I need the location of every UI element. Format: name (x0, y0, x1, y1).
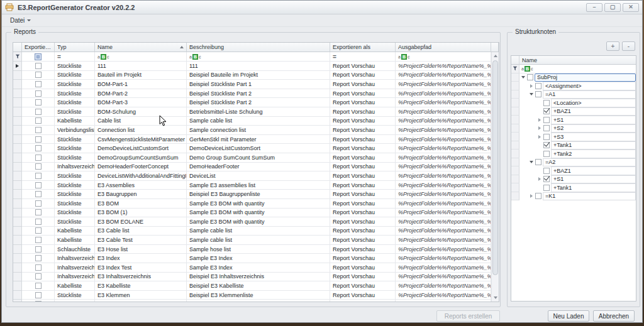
cell-typ[interactable]: Stückliste (55, 89, 95, 99)
cell-beschreibung[interactable]: Beispiel E3 Baugruppenliste (187, 190, 330, 199)
tree-node-checkbox[interactable] (543, 134, 550, 140)
report-row[interactable]: StücklisteCsvMengenstücklisteMitParamete… (13, 135, 499, 144)
tree-node-checkbox[interactable] (543, 125, 550, 131)
cell-exportieren-als[interactable]: Report Vorschau (330, 227, 396, 236)
export-checkbox[interactable] (35, 173, 42, 179)
tree-node-label[interactable]: +BAZ1 (551, 166, 636, 175)
column-header-beschreibung[interactable]: Beschreibung (187, 43, 330, 52)
export-checkbox[interactable] (35, 163, 42, 170)
tree-node-label[interactable]: =A1 (543, 90, 636, 99)
chevron-collapsed-icon[interactable] (528, 194, 535, 198)
tree-node-row[interactable]: SubProj (511, 73, 636, 82)
tree-node-checkbox[interactable] (543, 185, 550, 191)
cell-exportieren-als[interactable]: Report Vorschau (330, 190, 396, 199)
tree-node-row[interactable]: =A2 (511, 158, 636, 167)
cell-typ[interactable]: Schlauchliste (55, 245, 95, 254)
filter-exportieren[interactable] (22, 52, 55, 62)
cell-beschreibung[interactable]: Sample cable list (187, 117, 330, 126)
cell-ausgabepfad[interactable]: %ProjectFolder%%ReportName%_%Proje (396, 144, 491, 153)
cell-beschreibung[interactable]: DemoDeviceListCustomSort (187, 144, 330, 153)
cell-exportieren-als[interactable]: Report Vorschau (330, 163, 396, 172)
cell-ausgabepfad[interactable]: %ProjectFolder%%ReportName%_%Proje (396, 245, 491, 254)
tree-node-row[interactable]: +Tank1 (511, 183, 636, 192)
tree-column-header-name[interactable]: Name (519, 56, 636, 65)
cell-beschreibung[interactable]: Sample cable list (187, 227, 330, 236)
cell-exportieren-als[interactable]: Report Vorschau (330, 217, 396, 227)
cell-exportieren-als[interactable]: Report Vorschau (330, 199, 396, 209)
cell-beschreibung[interactable]: Sample E3 assemblies list (187, 181, 330, 190)
tree-node-row[interactable]: =A1 (511, 90, 636, 99)
cell-name[interactable]: DemoHeaderFooterConcept (95, 163, 187, 172)
cell-ausgabepfad[interactable]: %ProjectFolder%%ReportName%_%Proje (396, 217, 491, 227)
cell-ausgabepfad[interactable]: %ProjectFolder%%ReportName%_%Proje (396, 62, 491, 71)
cell-beschreibung[interactable]: Sample E3 BOM with quantity (187, 217, 330, 227)
filter-exportieren-als[interactable]: = (330, 52, 396, 62)
report-row[interactable]: InhaltsverzeichnisE3 Index TestSample E3… (13, 263, 499, 273)
chevron-collapsed-icon[interactable] (536, 118, 543, 122)
cell-exportieren-als[interactable]: Report Vorschau (330, 291, 396, 300)
report-row[interactable]: StücklisteDemoDeviceListCustomSortDemoDe… (13, 144, 499, 153)
cell-beschreibung[interactable]: Beispiel Bauteile im Projekt (187, 71, 330, 80)
export-checkbox[interactable] (35, 246, 42, 253)
export-checkbox[interactable] (35, 200, 42, 207)
report-row[interactable]: StücklisteBOM-Part-3Beispiel Stückliste … (13, 98, 499, 107)
cell-typ[interactable]: Stückliste (55, 62, 95, 71)
export-checkbox[interactable] (35, 136, 42, 143)
chevron-collapsed-icon[interactable] (528, 84, 535, 88)
export-checkbox[interactable] (35, 182, 42, 188)
cell-ausgabepfad[interactable]: %ProjectFolder%%ReportName%_%Proje (396, 273, 491, 282)
filter-beschreibung[interactable]: aBc (187, 52, 330, 62)
cell-beschreibung[interactable]: Beispiel E3 Inhaltsverzeichnis (187, 273, 330, 282)
chevron-expanded-icon[interactable] (528, 161, 535, 163)
cell-beschreibung[interactable]: Sample E3 BOM with quantity (187, 209, 330, 218)
report-row[interactable]: StücklisteE3 AssembliesSample E3 assembl… (13, 181, 499, 190)
report-row[interactable]: VerbindungslisteConnection listSample co… (13, 126, 499, 135)
column-header-typ[interactable]: Typ (55, 43, 95, 52)
cell-exportieren-als[interactable]: Report Vorschau (330, 273, 396, 282)
export-checkbox[interactable] (35, 109, 42, 115)
cell-name[interactable]: Cable list (95, 117, 187, 126)
cell-exportieren-als[interactable]: Report Vorschau (330, 281, 396, 291)
cell-beschreibung[interactable]: Sample cable list (187, 236, 330, 245)
export-checkbox[interactable] (35, 292, 42, 298)
export-checkbox[interactable] (35, 145, 42, 151)
export-checkbox[interactable] (35, 255, 42, 261)
tree-node-checkbox[interactable] (535, 83, 541, 89)
report-row[interactable]: StücklisteE3 MengenstücklisteBeispiel E3… (13, 300, 499, 302)
cell-beschreibung[interactable]: Sample connection list (187, 126, 330, 135)
tree-node-row[interactable]: +Tank1 (511, 141, 636, 150)
report-row[interactable]: KabellisteE3 KabellisteBeispiel E3 Kabel… (13, 281, 499, 291)
cell-name[interactable]: CsvMengenstücklisteMitParameter (95, 135, 187, 144)
menu-datei[interactable]: Datei (6, 16, 35, 25)
cell-name[interactable]: Bauteil im Projekt (95, 71, 187, 80)
cell-ausgabepfad[interactable]: %ProjectFolder%%ReportName%_%Proje (396, 117, 491, 126)
export-checkbox[interactable] (35, 127, 42, 133)
cell-exportieren-als[interactable]: Report Vorschau (330, 209, 396, 218)
tree-node-row[interactable]: +BAZ1 (511, 166, 636, 175)
export-checkbox[interactable] (35, 264, 42, 271)
cell-name[interactable]: E3 Index Test (95, 263, 187, 273)
export-checkbox[interactable] (35, 191, 42, 197)
cell-typ[interactable]: Stückliste (55, 190, 95, 199)
tree-node-label[interactable]: +S1 (551, 175, 636, 184)
filter-ausgabepfad[interactable]: aBc (396, 52, 491, 62)
tree-node-label[interactable]: +Tank1 (551, 183, 636, 192)
report-row[interactable]: KabellisteCable listSample cable listRep… (13, 117, 499, 126)
cell-name[interactable]: E3 BOM (1) (95, 209, 187, 218)
cell-exportieren-als[interactable]: Report Vorschau (330, 263, 396, 273)
cell-name[interactable]: BOM-Part-2 (95, 89, 187, 99)
cell-exportieren-als[interactable]: Report Vorschau (330, 144, 396, 153)
checkbox-filter-icon[interactable] (35, 53, 42, 60)
tree-node-label[interactable]: +S3 (551, 133, 636, 141)
cell-typ[interactable]: Stückliste (55, 181, 95, 190)
scrollbar-thumb[interactable] (492, 60, 498, 275)
cell-beschreibung[interactable]: Beispiel E3 Mengenstückliste (187, 300, 330, 302)
cell-name[interactable]: E3 Cable list (95, 227, 187, 236)
cell-typ[interactable]: Stückliste (55, 71, 95, 80)
report-row[interactable]: StücklisteBOM-Part-1Beispiel Stückliste … (13, 80, 499, 89)
cell-beschreibung[interactable]: Sample E3 Index (187, 263, 330, 273)
add-node-button[interactable]: + (606, 41, 619, 51)
tree-node-checkbox[interactable] (543, 142, 550, 148)
cell-typ[interactable]: Stückliste (55, 107, 95, 117)
cell-beschreibung[interactable]: Betriebsmittel-Liste Schulung (187, 107, 330, 117)
